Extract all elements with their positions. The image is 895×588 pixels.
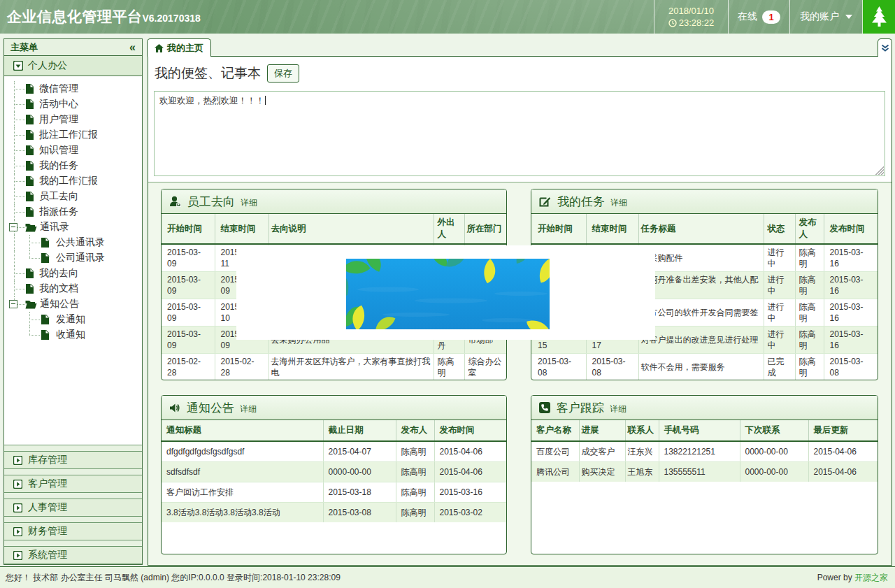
doc-icon	[25, 114, 34, 125]
sidebar-section-人事管理[interactable]: 人事管理	[4, 499, 142, 517]
table-row[interactable]: dfgdfgdfgdsfgsdfgsdf2015-04-07陈高明2015-04…	[162, 441, 507, 462]
sidebar-item-活动中心[interactable]: 活动中心	[4, 96, 142, 112]
sidebar-item-公共通讯录[interactable]: 公共通讯录	[4, 235, 142, 250]
column-header: 结束时间	[215, 214, 268, 244]
table-cell: 2015-02-28	[162, 354, 215, 381]
tab-home-label: 我的主页	[167, 42, 203, 55]
sidebar-item-员工去向[interactable]: 员工去向	[4, 189, 142, 204]
note-textarea[interactable]: 欢迎欢迎，热烈欢迎！！！	[154, 91, 885, 176]
sidebar-item-label: 微信管理	[39, 83, 78, 95]
sidebar-item-用户管理[interactable]: 用户管理	[4, 112, 142, 127]
sidebar-collapse-icon[interactable]: «	[129, 42, 136, 53]
table-row[interactable]: 2015-02-282015-02-28去海州开发区拜访客户，大家有事直接打我电…	[162, 354, 507, 381]
sidebar-section-系统管理[interactable]: 系统管理	[4, 546, 142, 564]
table-cell: 王丽丹准备出差安装，其他人配合	[638, 272, 764, 299]
sidebar-item-label: 公司通讯录	[56, 252, 105, 264]
sidebar-item-批注工作汇报[interactable]: 批注工作汇报	[4, 127, 142, 143]
table-row[interactable]: 2015-03-082015-03-08软件不会用，需要服务已完成陈高明2015…	[531, 354, 878, 381]
column-header: 客户名称	[531, 420, 579, 441]
sidebar-item-公司通讯录[interactable]: 公司通讯录	[4, 250, 142, 266]
table-cell: dfgdfgdfgdsfgsdfgsdf	[162, 441, 323, 462]
table-cell: 陈高明	[396, 482, 434, 503]
online-count-badge: 1	[762, 10, 780, 24]
sidebar-item-我的文档[interactable]: 我的文档	[4, 281, 142, 296]
doc-icon	[25, 160, 34, 171]
table-cell: 客户回访工作安排	[162, 482, 323, 503]
tree-line	[29, 327, 30, 335]
tree-line	[14, 166, 25, 166]
sidebar-item-发通知[interactable]: 发通知	[4, 312, 142, 327]
sidebar-section-personal[interactable]: 个人办公	[4, 56, 142, 76]
sidebar-item-微信管理[interactable]: 微信管理	[4, 81, 142, 96]
column-header: 所在部门	[464, 214, 507, 244]
collapse-box-icon[interactable]	[9, 223, 17, 231]
status-bar: 您好！ 技术部 办公室主任 司马飘然 (admin) 您的IP:0.0.0.0 …	[0, 566, 895, 588]
table-cell: 2015-03-09	[162, 272, 215, 299]
sidebar-item-我的去向[interactable]: 我的去向	[4, 266, 142, 281]
resize-grip[interactable]	[875, 166, 884, 175]
panel-more-link[interactable]: 详细	[610, 403, 626, 415]
sidebar-section-客户管理[interactable]: 客户管理	[4, 475, 142, 493]
online-label: 在线	[738, 10, 757, 23]
table-cell: 3.8活动3.8活动3.8活动3.8活动	[162, 503, 323, 523]
theme-corner[interactable]	[862, 0, 895, 34]
caret-square-right-icon	[13, 480, 22, 489]
table-cell: 汪东兴	[625, 441, 659, 462]
clock-icon	[668, 19, 677, 27]
tree-line	[14, 235, 15, 250]
doc-icon	[25, 206, 34, 217]
table-cell: 软件不会用，需要服务	[638, 354, 764, 381]
table-cell: 2015-04-06	[434, 462, 507, 482]
sidebar-item-知识管理[interactable]: 知识管理	[4, 143, 142, 158]
sidebar-item-指派任务[interactable]: 指派任务	[4, 204, 142, 220]
table-cell: 去海州开发区拜访客户，大家有事直接打我电	[268, 354, 434, 381]
tab-home[interactable]: 我的主页	[147, 38, 211, 57]
save-button[interactable]: 保存	[267, 64, 299, 83]
doc-icon	[41, 252, 50, 264]
sidebar-item-我的工作汇报[interactable]: 我的工作汇报	[4, 173, 142, 189]
account-menu[interactable]: 我的账户	[789, 0, 862, 34]
panel-title: 员工去向	[187, 194, 235, 210]
online-users[interactable]: 在线 1	[728, 0, 789, 34]
sidebar-section-财务管理[interactable]: 财务管理	[4, 522, 142, 540]
panel-more-link[interactable]: 详细	[240, 403, 257, 415]
sidebar-item-收通知[interactable]: 收通知	[4, 327, 142, 343]
table-cell: 进行中	[764, 327, 795, 354]
floating-ad[interactable]	[346, 259, 550, 329]
column-header: 外出人	[434, 214, 464, 244]
table-row[interactable]: 客户回访工作安排2015-03-18陈高明2015-03-16	[162, 482, 507, 503]
table-cell: 陈高明	[396, 503, 434, 523]
table-row[interactable]: 3.8活动3.8活动3.8活动3.8活动2015-03-08陈高明2015-03…	[162, 503, 507, 523]
tree-line	[14, 89, 25, 89]
sidebar-item-通讯录[interactable]: 通讯录	[4, 220, 142, 235]
doc-icon	[25, 283, 34, 294]
tab-overflow-button[interactable]	[878, 38, 892, 57]
doc-icon	[25, 145, 34, 156]
panel-more-link[interactable]: 详细	[241, 197, 257, 209]
table-cell: 进行中	[764, 272, 795, 299]
sidebar-section-库存管理[interactable]: 库存管理	[4, 451, 142, 469]
double-chevron-down-icon	[881, 44, 889, 52]
doc-icon	[41, 329, 50, 340]
column-header: 发布时间	[824, 214, 878, 244]
tree-line	[14, 250, 15, 266]
column-header: 状态	[764, 214, 795, 244]
sidebar-item-我的任务[interactable]: 我的任务	[4, 158, 142, 173]
table-row[interactable]: sdfsdfsdf0000-00-00陈高明2015-04-06	[162, 462, 507, 482]
column-header: 发布人	[795, 214, 824, 244]
table-row[interactable]: 腾讯公司购买决定王旭东1355555110000-00-002015-04-06	[531, 462, 878, 482]
collapse-box-icon[interactable]	[9, 300, 17, 308]
caret-square-right-icon	[13, 527, 22, 536]
sidebar-item-label: 收通知	[56, 329, 85, 341]
table-cell: 对方公司的软件开发合同需要签	[638, 299, 764, 327]
sidebar-item-label: 我的去向	[39, 267, 78, 280]
doc-icon	[25, 83, 34, 94]
vendor-link[interactable]: 开源之家	[854, 573, 888, 582]
tree-line	[29, 243, 40, 243]
table-cell: 对客户提出的改进意见进行处理	[638, 327, 764, 354]
sidebar-item-通知公告[interactable]: 通知公告	[4, 296, 142, 312]
doc-icon	[25, 175, 34, 187]
panel-more-link[interactable]: 详细	[610, 197, 627, 209]
column-header: 开始时间	[162, 214, 215, 244]
table-row[interactable]: 百度公司成交客户汪东兴138221212510000-00-002015-04-…	[531, 441, 878, 462]
